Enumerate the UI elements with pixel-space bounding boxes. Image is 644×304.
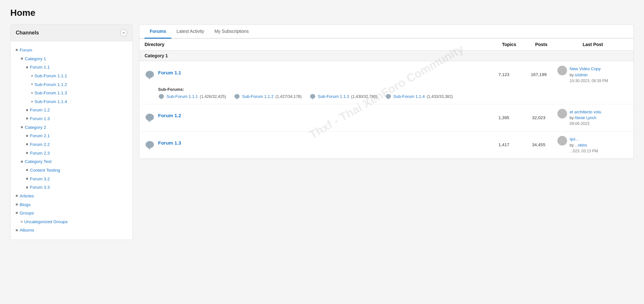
channel-tree-item[interactable]: Forum 2.2 xyxy=(16,140,127,149)
tree-bullet xyxy=(26,66,28,68)
tab-latest-activity[interactable]: Latest Activity xyxy=(171,25,209,39)
forums-panel: ForumsLatest ActivityMy Subscriptions Di… xyxy=(139,24,634,159)
forum-bubble-icon xyxy=(145,71,155,80)
channel-link[interactable]: Category Test xyxy=(25,159,52,164)
channel-link[interactable]: Sub-Forum 1.1.3 xyxy=(34,90,67,95)
dir-header-last-post: Last Post xyxy=(557,42,628,47)
channel-tree-item[interactable]: Content Testing xyxy=(16,166,127,175)
last-post-cell: qui...by ...nkins...023, 03:13 PM xyxy=(557,136,628,154)
tree-bullet xyxy=(21,161,23,163)
svg-point-2 xyxy=(159,94,164,98)
channel-tree-item[interactable]: Blogs xyxy=(16,200,127,209)
channel-tree-item[interactable]: Articles xyxy=(16,192,127,200)
channel-link[interactable]: Content Testing xyxy=(30,168,60,173)
tree-bullet xyxy=(31,83,33,85)
channel-tree-item[interactable]: Forum 2.1 xyxy=(16,131,127,140)
channel-link[interactable]: Sub-Forum 1.1.2 xyxy=(34,82,67,87)
channel-link[interactable]: Forum 2.1 xyxy=(30,133,50,138)
forum-posts-count: 34,455 xyxy=(523,142,555,147)
channel-tree-item[interactable]: Forum 1.3 xyxy=(16,114,127,123)
svg-marker-9 xyxy=(387,98,389,100)
channel-link[interactable]: Forum xyxy=(20,48,32,52)
channel-link[interactable]: Blogs xyxy=(20,202,31,207)
dir-header-topics: Topics xyxy=(493,42,525,47)
channel-tree-item[interactable]: Forum 1.2 xyxy=(16,106,127,114)
channel-tree-item[interactable]: Category 2 xyxy=(16,123,127,132)
channel-tree-item[interactable]: Forum 3.2 xyxy=(16,175,127,183)
channel-tree-item[interactable]: Forum 3.3 xyxy=(16,183,127,192)
channel-tree-item[interactable]: Category 1 xyxy=(16,54,127,63)
tree-bullet xyxy=(16,212,18,214)
channel-link[interactable]: Forum 1.3 xyxy=(30,116,50,121)
collapse-channels-button[interactable]: − xyxy=(120,29,127,36)
forum-row: Forum 1.21,39532,023et architecto voluby… xyxy=(139,104,633,132)
channel-link[interactable]: Forum 2.2 xyxy=(30,142,50,147)
sub-forum-bubble-icon xyxy=(385,94,392,100)
channel-link[interactable]: Uncategorized Groups xyxy=(24,219,68,224)
tree-bullet xyxy=(26,178,28,180)
channel-link[interactable]: Forum 2.3 xyxy=(30,151,50,156)
tab-forums[interactable]: Forums xyxy=(145,25,171,39)
dir-header-directory: Directory xyxy=(145,42,493,47)
tree-bullet xyxy=(26,186,28,188)
forum-name-link[interactable]: Forum 1.3 xyxy=(158,140,181,146)
svg-marker-5 xyxy=(236,98,237,100)
channel-link[interactable]: Forum 1.2 xyxy=(30,108,50,112)
channel-link[interactable]: Albums xyxy=(20,228,34,233)
channel-tree-item[interactable]: Albums xyxy=(16,226,127,234)
svg-marker-7 xyxy=(311,98,313,100)
channel-link[interactable]: Category 1 xyxy=(25,56,46,61)
last-post-date: 10-30-2023, 08:39 PM xyxy=(570,78,608,84)
channel-tree-item[interactable]: Category Test xyxy=(16,157,127,166)
tree-bullet xyxy=(26,143,28,145)
svg-point-12 xyxy=(146,141,154,148)
last-post-date: 09-06-2023 xyxy=(570,121,601,127)
tree-bullet xyxy=(26,169,28,171)
channel-tree-item[interactable]: Groups xyxy=(16,209,127,217)
channel-tree-item[interactable]: Sub-Forum 1.1.1 xyxy=(16,71,127,80)
channel-link[interactable]: Forum 1.1 xyxy=(30,65,50,70)
forum-icon-name: Forum 1.1 xyxy=(145,70,485,80)
last-post-info: qui...by ...nkins...023, 03:13 PM xyxy=(570,136,598,154)
last-post-title[interactable]: New Video Copy xyxy=(570,66,601,71)
tree-bullet xyxy=(16,229,18,231)
channels-title: Channels xyxy=(16,30,39,36)
sub-forum-link[interactable]: Sub-Forum 1.1.2 xyxy=(242,94,274,99)
channel-tree-item[interactable]: Sub-Forum 1.1.3 xyxy=(16,89,127,97)
channel-tree-item[interactable]: Sub-Forum 1.1.4 xyxy=(16,97,127,106)
sub-forum-link[interactable]: Sub-Forum 1.1.3 xyxy=(318,94,349,99)
channel-link[interactable]: Sub-Forum 1.1.1 xyxy=(34,73,67,78)
channel-tree-item[interactable]: Forum 1.1 xyxy=(16,63,127,71)
forum-name-link[interactable]: Forum 1.2 xyxy=(158,113,181,118)
directory-table: DirectoryTopicsPostsLast Post Category 1… xyxy=(139,39,633,159)
tree-bullet xyxy=(31,75,33,77)
channel-tree-item[interactable]: Uncategorized Groups xyxy=(16,217,127,226)
last-post-title[interactable]: qui... xyxy=(570,137,579,141)
sub-forum-bubble-icon xyxy=(158,94,165,100)
channel-link[interactable]: Articles xyxy=(20,194,34,198)
last-post-info: et architecto voluby Alexie Lynch09-06-2… xyxy=(570,109,601,127)
channel-tree-item[interactable]: Forum 2.3 xyxy=(16,149,127,157)
sub-forum-link[interactable]: Sub-Forum 1.1.1 xyxy=(166,94,198,99)
channel-tree-item[interactable]: Sub-Forum 1.1.2 xyxy=(16,80,127,89)
tab-my-subscriptions[interactable]: My Subscriptions xyxy=(209,25,254,39)
channel-link[interactable]: Forum 3.2 xyxy=(30,176,50,181)
channel-link[interactable]: Sub-Forum 1.1.4 xyxy=(34,99,67,104)
forum-posts-count: 32,023 xyxy=(523,115,555,120)
tree-bullet xyxy=(26,109,28,111)
tree-bullet xyxy=(31,101,33,102)
sub-forum-link[interactable]: Sub-Forum 1.1.4 xyxy=(393,94,425,99)
sub-forums-grid: Sub-Forum 1.1.1(1,426/32,425)Sub-Forum 1… xyxy=(158,94,628,100)
channel-link[interactable]: Category 2 xyxy=(25,125,46,130)
sub-forums-label: Sub-Forums: xyxy=(158,87,628,92)
last-post-title[interactable]: et architecto volu xyxy=(570,109,601,114)
forum-bubble-icon xyxy=(145,141,155,150)
page-title: Home xyxy=(10,8,634,18)
channel-tree-item[interactable]: Forum xyxy=(16,46,127,54)
last-post-cell: et architecto voluby Alexie Lynch09-06-2… xyxy=(557,109,628,127)
svg-point-8 xyxy=(385,94,391,98)
channel-link[interactable]: Forum 3.3 xyxy=(30,185,50,190)
tree-bullet xyxy=(16,49,18,51)
channel-link[interactable]: Groups xyxy=(20,211,34,215)
forum-name-link[interactable]: Forum 1.1 xyxy=(158,70,181,75)
